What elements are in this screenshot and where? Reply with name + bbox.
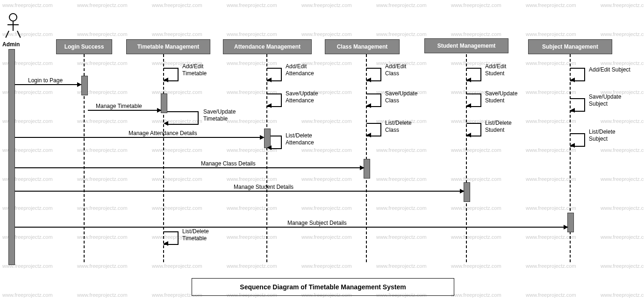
watermark-text: www.freeprojectz.com	[152, 31, 202, 37]
watermark-text: www.freeprojectz.com	[601, 118, 644, 124]
arrowhead-subject	[564, 225, 568, 229]
watermark-text: www.freeprojectz.com	[227, 176, 277, 182]
msg-cls-add1: Add/Edit	[385, 63, 406, 70]
watermark-text: www.freeprojectz.com	[77, 292, 128, 298]
lifeline-line-student	[466, 54, 467, 262]
msg-att-add1: Add/Edit	[286, 63, 307, 70]
arrow-subject	[15, 227, 566, 228]
loop-tt-add-head	[164, 78, 168, 82]
activation-login	[81, 76, 88, 95]
watermark-text: www.freeprojectz.com	[227, 2, 277, 8]
watermark-text: www.freeprojectz.com	[526, 31, 576, 37]
watermark-text: www.freeprojectz.com	[601, 292, 644, 298]
lifeline-subject: Subject Management	[528, 39, 612, 54]
msg-cls-list1: List/Delete	[385, 120, 412, 126]
msg-student: Manage Student Details	[234, 184, 293, 190]
lifeline-line-class	[366, 54, 367, 262]
msg-attendance: Manage Attendance Details	[129, 130, 197, 136]
activation-timetable	[161, 93, 167, 113]
msg-subject: Manage Subject Details	[287, 220, 347, 226]
actor-admin	[7, 13, 19, 38]
msg-stu-save1: Save/Update	[485, 90, 517, 97]
msg-sub-list2: Subject	[589, 136, 608, 142]
watermark-text: www.freeprojectz.com	[227, 234, 277, 240]
msg-stu-add2: Student	[485, 70, 504, 77]
arrow-student	[15, 191, 463, 192]
loop-sub-save-head	[570, 108, 575, 113]
watermark-text: www.freeprojectz.com	[376, 2, 427, 8]
watermark-text: www.freeprojectz.com	[376, 205, 427, 211]
watermark-text: www.freeprojectz.com	[301, 147, 352, 153]
msg-timetable: Manage Timetable	[96, 103, 142, 109]
loop-tt-save-head	[164, 121, 168, 126]
watermark-text: www.freeprojectz.com	[77, 118, 128, 124]
watermark-text: www.freeprojectz.com	[601, 234, 644, 240]
loop-att-list	[271, 136, 282, 149]
msg-stu-add1: Add/Edit	[485, 63, 506, 70]
msg-sub-save1: Save/Update	[589, 93, 621, 100]
watermark-text: www.freeprojectz.com	[526, 89, 576, 95]
watermark-text: www.freeprojectz.com	[451, 205, 501, 211]
msg-att-list1: List/Delete	[286, 132, 312, 139]
watermark-text: www.freeprojectz.com	[2, 2, 53, 8]
watermark-text: www.freeprojectz.com	[77, 176, 128, 182]
watermark-text: www.freeprojectz.com	[601, 60, 644, 66]
watermark-text: www.freeprojectz.com	[601, 147, 644, 153]
watermark-text: www.freeprojectz.com	[376, 234, 427, 240]
arrowhead-class	[360, 165, 365, 170]
watermark-text: www.freeprojectz.com	[152, 263, 202, 269]
watermark-text: www.freeprojectz.com	[227, 263, 277, 269]
loop-att-add-head	[267, 78, 272, 82]
watermark-text: www.freeprojectz.com	[152, 176, 202, 182]
watermark-text: www.freeprojectz.com	[526, 234, 576, 240]
loop-cls-list-head	[366, 133, 371, 137]
watermark-text: www.freeprojectz.com	[526, 176, 576, 182]
watermark-text: www.freeprojectz.com	[451, 234, 501, 240]
activation-student	[464, 182, 470, 202]
watermark-text: www.freeprojectz.com	[451, 147, 501, 153]
msg-cls-save2: Class	[385, 97, 399, 104]
activation-subject	[567, 213, 574, 232]
watermark-text: www.freeprojectz.com	[526, 147, 576, 153]
lifeline-line-attendance	[266, 54, 267, 262]
watermark-text: www.freeprojectz.com	[601, 263, 644, 269]
msg-att-save2: Attendance	[286, 97, 314, 104]
watermark-text: www.freeprojectz.com	[227, 31, 277, 37]
watermark-text: www.freeprojectz.com	[526, 2, 576, 8]
watermark-text: www.freeprojectz.com	[451, 292, 501, 298]
arrow-attendance	[15, 137, 263, 138]
watermark-text: www.freeprojectz.com	[601, 31, 644, 37]
watermark-text: www.freeprojectz.com	[152, 205, 202, 211]
watermark-text: www.freeprojectz.com	[152, 2, 202, 8]
msg-tt-list2: Timetable	[182, 235, 207, 242]
msg-sub-save2: Subject	[589, 100, 608, 107]
msg-cls-list2: Class	[385, 127, 399, 133]
arrow-timetable	[88, 110, 160, 111]
watermark-text: www.freeprojectz.com	[227, 118, 277, 124]
watermark-text: www.freeprojectz.com	[2, 292, 53, 298]
msg-tt-add2: Timetable	[182, 70, 207, 77]
lifeline-student: Student Managememt	[424, 38, 508, 53]
loop-cls-add-head	[366, 78, 371, 82]
watermark-text: www.freeprojectz.com	[301, 31, 352, 37]
loop-stu-add-head	[466, 78, 471, 82]
watermark-text: www.freeprojectz.com	[526, 118, 576, 124]
loop-tt-list-head	[164, 241, 168, 246]
watermark-text: www.freeprojectz.com	[301, 205, 352, 211]
actor-label: Admin	[2, 41, 20, 48]
watermark-text: www.freeprojectz.com	[77, 31, 128, 37]
msg-tt-add: Add/Edit	[182, 63, 203, 70]
msg-att-save1: Save/Update	[286, 90, 318, 97]
watermark-text: www.freeprojectz.com	[601, 205, 644, 211]
watermark-text: www.freeprojectz.com	[301, 2, 352, 8]
msg-att-add2: Attendance	[286, 70, 314, 77]
msg-cls-save1: Save/Update	[385, 90, 417, 97]
msg-att-list2: Attendance	[286, 139, 314, 146]
lifeline-class: Class Management	[325, 39, 400, 54]
loop-stu-list-head	[466, 133, 471, 137]
watermark-text: www.freeprojectz.com	[152, 147, 202, 153]
arrow-class	[15, 167, 363, 168]
msg-sub-list1: List/Delete	[589, 129, 615, 135]
watermark-text: www.freeprojectz.com	[601, 176, 644, 182]
msg-tt-save: Save/Update	[203, 108, 236, 115]
